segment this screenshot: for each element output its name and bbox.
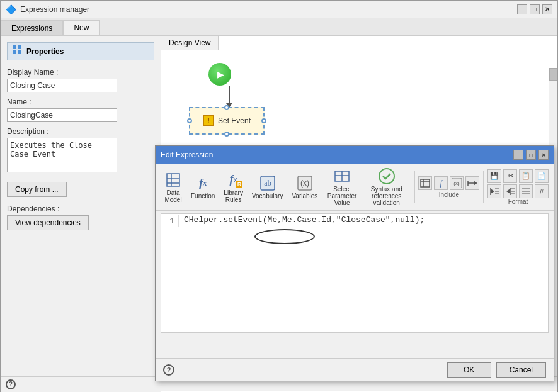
format-paste-btn[interactable]: 📄 xyxy=(535,169,549,183)
format-align-btn[interactable] xyxy=(519,184,533,198)
tab-expressions-label: Expressions xyxy=(11,24,52,33)
conn-dot-bottom xyxy=(224,132,229,137)
dialog-ok-button[interactable]: OK xyxy=(447,362,491,378)
design-view-label: Design View xyxy=(169,38,210,47)
copy-from-button[interactable]: Copy from ... xyxy=(7,182,67,197)
dependencies-label: Dependencies : xyxy=(7,204,154,213)
vocabulary-label: Vocabulary xyxy=(252,193,283,199)
left-panel: Properties Display Name : Name : Descrip… xyxy=(1,36,161,392)
close-button[interactable]: ✕ xyxy=(542,4,552,14)
svg-rect-3 xyxy=(18,50,21,54)
toolbar-function[interactable]: fx Function xyxy=(187,173,219,201)
include-section: f (x) Include xyxy=(418,176,479,198)
format-comment-btn[interactable]: // xyxy=(535,184,549,198)
dialog-help-icon[interactable]: ? xyxy=(163,364,174,376)
include-btn-1[interactable] xyxy=(418,176,432,190)
format-section: 💾 ✂ 📋 📄 xyxy=(487,169,549,205)
tab-new-label: New xyxy=(74,23,89,32)
arrow-line xyxy=(229,86,230,104)
name-field-group: Name : xyxy=(7,98,154,122)
conn-dot-top xyxy=(224,105,229,110)
library-rules-icon: fx R xyxy=(225,171,242,189)
svg-text:(x): (x) xyxy=(454,181,460,186)
view-dependencies-button[interactable]: View dependencies xyxy=(7,215,89,230)
library-rules-label: LibraryRules xyxy=(224,189,243,203)
include-label: Include xyxy=(439,191,459,198)
svg-rect-0 xyxy=(13,45,16,49)
name-label: Name : xyxy=(7,98,154,106)
format-copy-btn[interactable]: 📋 xyxy=(519,169,533,183)
dialog-footer: ? OK Cancel xyxy=(156,358,554,381)
start-node xyxy=(208,63,231,86)
tab-expressions[interactable]: Expressions xyxy=(1,20,63,35)
description-textarea[interactable]: Executes the Close Case Event xyxy=(7,138,117,172)
function-icon: fx xyxy=(194,174,212,192)
data-model-label: DataModel xyxy=(164,189,181,203)
code-line-1: 1 CHelper.setEvent(Me,Me.Case.Id,"CloseC… xyxy=(161,214,548,228)
toolbar-select-param[interactable]: Select ParameterValue xyxy=(322,166,361,208)
main-help-icon[interactable]: ? xyxy=(6,379,16,389)
select-param-icon xyxy=(333,167,351,185)
maximize-button[interactable]: □ xyxy=(530,4,540,14)
display-name-label: Display Name : xyxy=(7,68,154,77)
syntax-icon xyxy=(378,167,396,185)
dialog-cancel-button[interactable]: Cancel xyxy=(496,362,546,378)
dialog-title-bar: Edit Expression − □ ✕ xyxy=(156,146,554,164)
line-number-1: 1 xyxy=(161,215,179,227)
svg-rect-1 xyxy=(18,45,21,49)
dialog-close-button[interactable]: ✕ xyxy=(538,150,549,160)
svg-text://: // xyxy=(540,188,544,195)
format-outdent-btn[interactable] xyxy=(503,184,517,198)
dialog-maximize-button[interactable]: □ xyxy=(526,150,536,160)
edit-expression-dialog: Edit Expression − □ ✕ DataModel xyxy=(155,145,554,381)
toolbar-variables[interactable]: (x) Variables xyxy=(288,173,321,201)
toolbar-vocabulary[interactable]: ab Vocabulary xyxy=(248,173,287,201)
display-name-field-group: Display Name : xyxy=(7,68,154,92)
display-name-input[interactable] xyxy=(7,79,117,92)
variables-label: Variables xyxy=(292,193,317,199)
dialog-minimize-button[interactable]: − xyxy=(513,150,523,160)
name-input[interactable] xyxy=(7,108,117,122)
format-indent-btn[interactable] xyxy=(487,184,501,198)
minimize-button[interactable]: − xyxy=(517,4,527,14)
dialog-toolbar: DataModel fx Function fx R LibraryRul xyxy=(156,164,554,211)
toolbar-syntax[interactable]: Syntax and referencesvalidation xyxy=(363,166,411,208)
format-save-btn[interactable]: 💾 xyxy=(487,169,501,183)
svg-marker-24 xyxy=(474,181,477,186)
scrollbar-thumb[interactable] xyxy=(549,68,557,81)
design-view-tab[interactable]: Design View xyxy=(161,36,219,50)
svg-text:ab: ab xyxy=(264,179,271,188)
format-cut-btn[interactable]: ✂ xyxy=(503,169,517,183)
format-buttons-row2: // xyxy=(487,184,549,198)
properties-header: Properties xyxy=(7,42,154,60)
svg-text:R: R xyxy=(237,181,241,188)
title-bar: 🔷 Expression manager − □ ✕ xyxy=(1,1,557,18)
include-buttons-row: f (x) xyxy=(418,176,479,190)
svg-marker-26 xyxy=(491,189,494,194)
select-param-label: Select ParameterValue xyxy=(326,186,357,206)
app-icon: 🔷 xyxy=(6,4,16,14)
window-title: Expression manager xyxy=(20,5,89,14)
include-btn-3[interactable]: (x) xyxy=(450,176,464,190)
description-label: Description : xyxy=(7,127,154,136)
copy-from-group: Copy from ... xyxy=(7,179,154,197)
svg-rect-2 xyxy=(13,50,16,54)
title-bar-left: 🔷 Expression manager xyxy=(6,4,89,14)
dependencies-group: Dependencies : View dependencies xyxy=(7,204,154,230)
toolbar-data-model[interactable]: DataModel xyxy=(161,170,186,204)
toolbar-library-rules[interactable]: fx R LibraryRules xyxy=(220,170,247,204)
include-btn-4[interactable] xyxy=(465,176,479,190)
set-event-node[interactable]: ! Set Event xyxy=(189,107,265,135)
dialog-title-controls: − □ ✕ xyxy=(513,150,549,160)
conn-dot-right xyxy=(261,118,266,123)
svg-text:(x): (x) xyxy=(300,179,309,188)
tab-bar: Expressions New xyxy=(1,18,557,36)
code-content-1: CHelper.setEvent(Me,Me.Case.Id,"CloseCas… xyxy=(184,215,424,225)
format-label: Format xyxy=(508,198,528,205)
variables-icon: (x) xyxy=(296,174,314,192)
format-buttons-row: 💾 ✂ 📋 📄 xyxy=(487,169,549,183)
code-editor[interactable]: 1 CHelper.setEvent(Me,Me.Case.Id,"CloseC… xyxy=(161,213,549,333)
include-btn-2[interactable]: f xyxy=(434,176,448,190)
dialog-title: Edit Expression xyxy=(161,150,213,159)
tab-new[interactable]: New xyxy=(63,20,100,35)
